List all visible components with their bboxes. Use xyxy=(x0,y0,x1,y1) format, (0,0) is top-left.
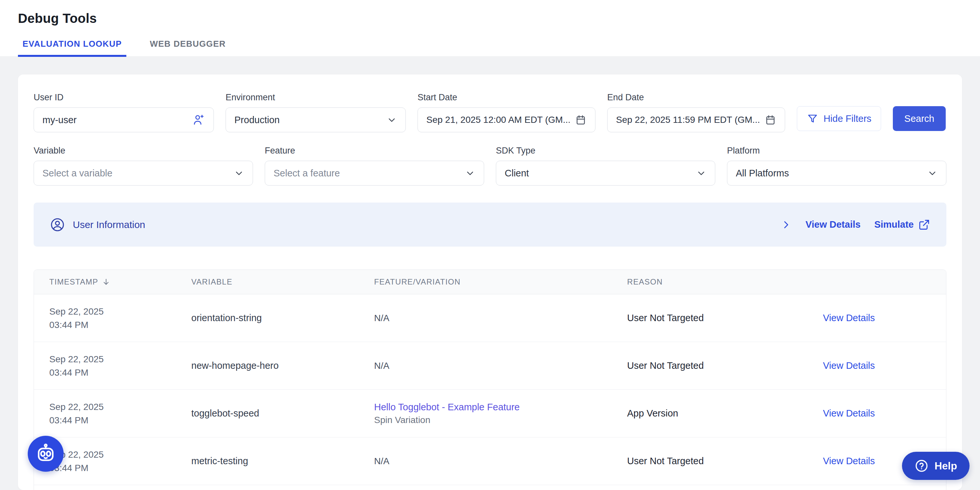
debug-tools-panel: User ID Environment Production Start Dat… xyxy=(18,75,962,490)
banner-view-details-link[interactable]: View Details xyxy=(805,219,861,230)
environment-label: Environment xyxy=(226,93,406,102)
feature-variation-cell: N/A xyxy=(374,455,627,468)
start-date-picker[interactable]: Sep 21, 2025 12:00 AM EDT (GM... xyxy=(418,107,595,132)
feature-link[interactable]: Hello Togglebot - Example Feature xyxy=(374,401,627,413)
timestamp-date: Sep 22, 2025 xyxy=(49,400,191,413)
calendar-icon xyxy=(575,114,587,126)
timestamp-header-label: TIMESTAMP xyxy=(49,277,98,286)
filter-row-2: Variable Select a variable Feature Selec… xyxy=(33,146,947,185)
sdk-type-value: Client xyxy=(505,168,691,179)
row-view-details-link[interactable]: View Details xyxy=(823,360,946,371)
variable-label: Variable xyxy=(33,146,253,156)
variable-cell: new-homepage-hero xyxy=(191,360,374,371)
help-label: Help xyxy=(935,460,957,472)
environment-value: Production xyxy=(234,115,381,125)
user-add-icon[interactable] xyxy=(192,113,205,126)
help-question-icon xyxy=(915,459,929,473)
calendar-icon xyxy=(765,114,776,126)
platform-select[interactable]: All Platforms xyxy=(727,161,947,185)
environment-select[interactable]: Production xyxy=(226,107,406,132)
filter-funnel-icon xyxy=(807,113,818,124)
chevron-down-icon xyxy=(465,168,475,178)
hide-filters-button[interactable]: Hide Filters xyxy=(797,106,881,131)
end-date-label: End Date xyxy=(607,93,785,102)
chevron-down-icon xyxy=(927,168,937,178)
reason-cell: User Not Targeted xyxy=(627,360,823,371)
reason-cell: User Not Targeted xyxy=(627,456,823,466)
end-date-value: Sep 22, 2025 11:59 PM EDT (GM... xyxy=(616,115,759,125)
table-row: Sep 22, 2025 03:44 PM orientation-string… xyxy=(34,294,946,342)
row-view-details-link[interactable]: View Details xyxy=(823,313,946,323)
feature-variation-cell: N/A xyxy=(374,359,627,372)
platform-value: All Platforms xyxy=(736,168,922,179)
search-button[interactable]: Search xyxy=(893,106,946,131)
feature-variation-header-label: FEATURE/VARIATION xyxy=(374,277,461,286)
user-id-input[interactable] xyxy=(43,115,187,125)
column-header-feature-variation[interactable]: FEATURE/VARIATION xyxy=(374,277,627,286)
user-information-title: User Information xyxy=(73,219,145,230)
feature-na-label: N/A xyxy=(374,312,627,325)
reason-header-label: REASON xyxy=(627,277,663,286)
variable-select[interactable]: Select a variable xyxy=(33,161,253,185)
timestamp-date: Sep 22, 2025 xyxy=(49,448,191,461)
timestamp-time: 03:44 PM xyxy=(49,413,191,427)
page-title: Debug Tools xyxy=(18,11,980,26)
table-row: Sep 22, 2025 03:44 PM new-homepage-hero … xyxy=(34,342,946,390)
row-view-details-link[interactable]: View Details xyxy=(823,408,946,419)
help-button[interactable]: Help xyxy=(902,452,970,480)
timestamp-cell: Sep 22, 2025 03:44 PM xyxy=(34,400,191,427)
search-label: Search xyxy=(904,113,934,124)
tab-bar: EVALUATION LOOKUP WEB DEBUGGER xyxy=(18,39,980,57)
banner-view-details-label: View Details xyxy=(805,219,861,230)
chevron-down-icon xyxy=(696,168,706,178)
variation-label: Spin Variation xyxy=(374,413,627,427)
timestamp-time: 03:44 PM xyxy=(49,461,191,475)
user-id-label: User ID xyxy=(33,93,214,102)
column-header-timestamp[interactable]: TIMESTAMP xyxy=(34,277,191,286)
reason-cell: User Not Targeted xyxy=(627,313,823,323)
hide-filters-label: Hide Filters xyxy=(824,113,872,124)
chevron-down-icon xyxy=(234,168,244,178)
page-header: Debug Tools EVALUATION LOOKUP WEB DEBUGG… xyxy=(0,0,980,56)
sort-descending-icon xyxy=(102,277,111,286)
togglebot-robot-icon xyxy=(34,442,57,466)
tab-evaluation-lookup[interactable]: EVALUATION LOOKUP xyxy=(18,39,126,57)
feature-label: Feature xyxy=(265,146,484,156)
variable-cell: metric-testing xyxy=(191,456,374,466)
feature-na-label: N/A xyxy=(374,359,627,372)
column-header-variable[interactable]: VARIABLE xyxy=(191,277,374,286)
tab-web-debugger[interactable]: WEB DEBUGGER xyxy=(145,39,231,57)
user-circle-icon xyxy=(50,217,65,232)
table-row: Sep 22, 2025 03:44 PM metric-testing N/A… xyxy=(34,437,946,485)
banner-simulate-link[interactable]: Simulate xyxy=(874,219,930,231)
variable-placeholder: Select a variable xyxy=(43,168,229,179)
external-link-icon xyxy=(918,219,930,231)
timestamp-cell: Sep 22, 2025 03:44 PM xyxy=(34,305,191,332)
table-header-row: TIMESTAMP VARIABLE FEATURE/VARIATION REA… xyxy=(34,270,946,294)
feature-na-label: N/A xyxy=(374,455,627,468)
user-information-banner[interactable]: User Information View Details Simulate xyxy=(33,203,947,247)
timestamp-date: Sep 22, 2025 xyxy=(49,353,191,366)
togglebot-widget-button[interactable] xyxy=(28,436,64,472)
sdk-type-select[interactable]: Client xyxy=(496,161,715,185)
timestamp-date: Sep 22, 2025 xyxy=(49,305,191,318)
chevron-down-icon xyxy=(387,115,397,125)
table-row: Sep 22, 2025 03:44 PM togglebot-speed He… xyxy=(34,390,946,437)
filter-row-1: User ID Environment Production Start Dat… xyxy=(33,93,947,132)
feature-select[interactable]: Select a feature xyxy=(265,161,484,185)
column-header-reason[interactable]: REASON xyxy=(627,277,823,286)
reason-cell: App Version xyxy=(627,408,823,419)
feature-placeholder: Select a feature xyxy=(274,168,460,179)
variable-cell: togglebot-speed xyxy=(191,408,374,419)
variable-cell: orientation-string xyxy=(191,313,374,323)
timestamp-cell: Sep 22, 2025 03:44 PM xyxy=(34,353,191,379)
end-date-picker[interactable]: Sep 22, 2025 11:59 PM EDT (GM... xyxy=(607,107,785,132)
feature-variation-cell: N/A xyxy=(374,312,627,325)
timestamp-time: 03:44 PM xyxy=(49,366,191,379)
timestamp-time: 03:44 PM xyxy=(49,318,191,332)
sdk-type-label: SDK Type xyxy=(496,146,715,156)
chevron-right-icon[interactable] xyxy=(781,219,792,230)
start-date-value: Sep 21, 2025 12:00 AM EDT (GM... xyxy=(426,115,570,125)
table-row-partial xyxy=(34,485,946,490)
platform-label: Platform xyxy=(727,146,947,156)
